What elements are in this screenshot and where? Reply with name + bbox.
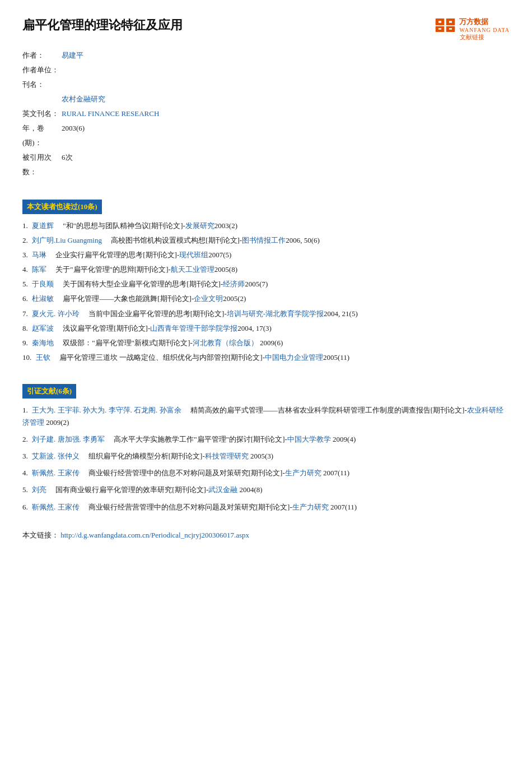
also-read-author-6[interactable]: 杜淑敏 (32, 294, 54, 303)
also-read-title-3: 企业实行扁平化管理的思考[期刊论文]- (48, 251, 179, 259)
author-link[interactable]: 易建平 (62, 51, 83, 59)
also-read-title-9: 双级部："扁平化管理"新模式[期刊论文]- (55, 339, 193, 347)
list-item: 3. 马琳 企业实行扁平化管理的思考[期刊论文]-现代班组2007(5) (22, 249, 510, 261)
item-num: 9. (22, 339, 28, 347)
also-read-journal-1[interactable]: 发展研究 (185, 221, 214, 230)
also-read-author-10[interactable]: 王钦 (36, 353, 50, 362)
item-num: 10. (22, 353, 31, 362)
ref-title-6: 商业银行经营营管理中的信息不对称问题及对策研究[期刊论文]- (81, 503, 292, 511)
also-read-title-6: 扁平化管理——大象也能跳舞[期刊论文]- (55, 294, 194, 303)
ref-author-5[interactable]: 刘亮 (32, 485, 46, 494)
ref-item: 4. 靳佩然. 王家传 商业银行经营管理中的信息不对称问题及对策研究[期刊论文]… (22, 467, 510, 479)
journal-en-row: 英文刊名： RURAL FINANCE RESEARCH (22, 106, 510, 121)
item-num: 4. (22, 265, 28, 274)
year-value: 2003(6) (62, 121, 85, 150)
also-read-section: 本文读者也读过(10条) 1. 夏道辉 "和"的思想与团队精神刍议[期刊论文]-… (22, 189, 510, 364)
logo-name: 万方数据 WANFANG DATA (459, 17, 510, 33)
also-read-list: 1. 夏道辉 "和"的思想与团队精神刍议[期刊论文]-发展研究2003(2) 2… (22, 220, 510, 364)
also-read-author-3[interactable]: 马琳 (32, 251, 46, 259)
ref-title-3: 组织扁平化的熵模型分析[期刊论文]- (81, 452, 205, 460)
references-header: 引证文献(6条) (22, 384, 76, 399)
list-item: 1. 夏道辉 "和"的思想与团队精神刍议[期刊论文]-发展研究2003(2) (22, 220, 510, 232)
also-read-title-4: 关于"扁平化管理"的思辩[期刊论文]- (48, 265, 171, 274)
also-read-journal-7[interactable]: 培训与研究-湖北教育学院学报 (227, 309, 324, 318)
also-read-author-2[interactable]: 刘广明.Liu Guangming (32, 236, 102, 244)
item-num: 6. (22, 294, 28, 303)
journal-zh-link[interactable]: 农村金融研究 (62, 95, 105, 103)
author-unit-label: 作者单位： (22, 63, 62, 77)
also-read-journal-3[interactable]: 现代班组 (179, 251, 208, 259)
ref-item: 2. 刘子建. 唐加强. 李勇军 高水平大学实施教学工作"扁平管理"的探讨[期刊… (22, 433, 510, 446)
ref-title-5: 国有商业银行扁平化管理的效率研究[期刊论文]- (48, 485, 208, 494)
also-read-journal-9[interactable]: 河北教育（综合版） (193, 339, 258, 347)
also-read-author-4[interactable]: 陈军 (32, 265, 46, 274)
ref-title-4: 商业银行经营管理中的信息不对称问题及对策研究[期刊论文]- (81, 469, 285, 477)
page-header: 扁平化管理的理论特征及应用 万方数据 WANFANG DATA 文献链接 (22, 17, 510, 41)
ref-author-2[interactable]: 刘子建. 唐加强. 李勇军 (32, 435, 105, 443)
meta-table: 作者： 易建平 作者单位： 刊名： 农村金融研究 英文刊名： RURAL FIN… (22, 48, 510, 179)
list-item: 10. 王钦 扁平化管理三道坎 一战略定位、组织优化与内部管控[期刊论文]-中国… (22, 351, 510, 364)
also-read-author-7[interactable]: 夏火元. 许小玲 (32, 309, 80, 318)
ref-title-1: 精简高效的扁平式管理——吉林省农业科学院科研管理工作制度的调查报告[期刊论文]- (183, 406, 467, 414)
ref-journal-5[interactable]: 武汉金融 (208, 485, 237, 494)
item-num: 5. (22, 280, 28, 288)
list-item: 4. 陈军 关于"扁平化管理"的思辩[期刊论文]-航天工业管理2005(8) (22, 263, 510, 276)
also-read-journal-8[interactable]: 山西青年管理干部学院学报 (150, 324, 237, 332)
also-read-header-text: 本文读者也读过(10条) (27, 202, 97, 211)
footer-link-url[interactable]: http://d.g.wanfangdata.com.cn/Periodical… (60, 531, 249, 539)
also-read-header: 本文读者也读过(10条) (22, 200, 102, 214)
journal-en-value: RURAL FINANCE RESEARCH (62, 106, 159, 121)
references-list: 1. 王大为. 王宇菲. 孙大为. 李守萍. 石龙阁. 孙富余 精简高效的扁平式… (22, 404, 510, 513)
also-read-title-10: 扁平化管理三道坎 一战略定位、组织优化与内部管控[期刊论文]- (52, 353, 265, 362)
svg-rect-7 (449, 28, 452, 30)
also-read-title-2: 高校图书馆机构设置模式构想[期刊论文]- (104, 236, 242, 244)
footer-link-area: 本文链接： http://d.g.wanfangdata.com.cn/Peri… (22, 530, 510, 540)
journal-zh-value: 农村金融研究 (62, 92, 105, 106)
list-item: 6. 杜淑敏 扁平化管理——大象也能跳舞[期刊论文]-企业文明2005(2) (22, 293, 510, 305)
ref-journal-6[interactable]: 生产力研究 (292, 503, 329, 511)
list-item: 5. 于良顺 关于国有特大型企业扁平化管理的思考[期刊论文]-经济师2005(7… (22, 278, 510, 290)
list-item: 9. 秦海地 双级部："扁平化管理"新模式[期刊论文]-河北教育（综合版） 20… (22, 337, 510, 349)
ref-title-2: 高水平大学实施教学工作"扁平管理"的探讨[期刊论文]- (106, 435, 287, 443)
journal-zh-spacer (22, 92, 62, 106)
references-header-text: 引证文献(6条) (27, 387, 72, 395)
also-read-author-9[interactable]: 秦海地 (32, 339, 54, 347)
also-read-journal-5[interactable]: 经济师 (223, 280, 245, 288)
item-num: 3. (22, 251, 28, 259)
title-area: 扁平化管理的理论特征及应用 (22, 17, 183, 41)
ref-num: 1. (22, 406, 28, 414)
ref-journal-4[interactable]: 生产力研究 (285, 469, 321, 477)
journal-en-link[interactable]: RURAL FINANCE RESEARCH (62, 109, 159, 118)
author-row: 作者： 易建平 (22, 48, 510, 63)
also-read-title-7: 当前中国企业扁平化管理的思考[期刊论文]- (81, 309, 227, 318)
also-read-journal-4[interactable]: 航天工业管理 (171, 265, 214, 274)
page-title: 扁平化管理的理论特征及应用 (22, 17, 183, 34)
ref-author-1[interactable]: 王大为. 王宇菲. 孙大为. 李守萍. 石龙阁. 孙富余 (32, 406, 181, 414)
journal-en-label: 英文刊名： (22, 106, 62, 121)
ref-journal-3[interactable]: 科技管理研究 (205, 452, 249, 460)
ref-journal-2[interactable]: 中国大学教学 (287, 435, 331, 443)
author-unit-row: 作者单位： (22, 63, 510, 77)
also-read-journal-10[interactable]: 中国电力企业管理 (265, 353, 323, 362)
list-item: 8. 赵军波 浅议扁平化管理[期刊论文]-山西青年管理干部学院学报2004, 1… (22, 322, 510, 335)
also-read-author-1[interactable]: 夏道辉 (32, 221, 54, 230)
logo-box: 万方数据 WANFANG DATA (435, 17, 510, 33)
also-read-journal-2[interactable]: 图书情报工作 (242, 236, 286, 244)
ref-author-6[interactable]: 靳佩然. 王家传 (32, 503, 80, 511)
ref-author-4[interactable]: 靳佩然. 王家传 (32, 469, 80, 477)
ref-item: 1. 王大为. 王宇菲. 孙大为. 李守萍. 石龙阁. 孙富余 精简高效的扁平式… (22, 404, 510, 429)
references-section: 引证文献(6条) 1. 王大为. 王宇菲. 孙大为. 李守萍. 石龙阁. 孙富余… (22, 374, 510, 513)
also-read-author-8[interactable]: 赵军波 (32, 324, 54, 332)
author-value: 易建平 (62, 48, 83, 63)
year-label: 年，卷(期)： (22, 121, 62, 150)
also-read-author-5[interactable]: 于良顺 (32, 280, 54, 288)
ref-num: 4. (22, 469, 28, 477)
wenxian-link[interactable]: 文献链接 (460, 33, 484, 41)
list-item: 2. 刘广明.Liu Guangming 高校图书馆机构设置模式构想[期刊论文]… (22, 234, 510, 247)
ref-num: 2. (22, 435, 28, 443)
ref-author-3[interactable]: 艾新波. 张仲义 (32, 452, 80, 460)
also-read-journal-6[interactable]: 企业文明 (194, 294, 223, 303)
journal-label: 刊名： (22, 77, 62, 92)
year-row: 年，卷(期)： 2003(6) (22, 121, 510, 150)
item-num: 2. (22, 236, 28, 244)
